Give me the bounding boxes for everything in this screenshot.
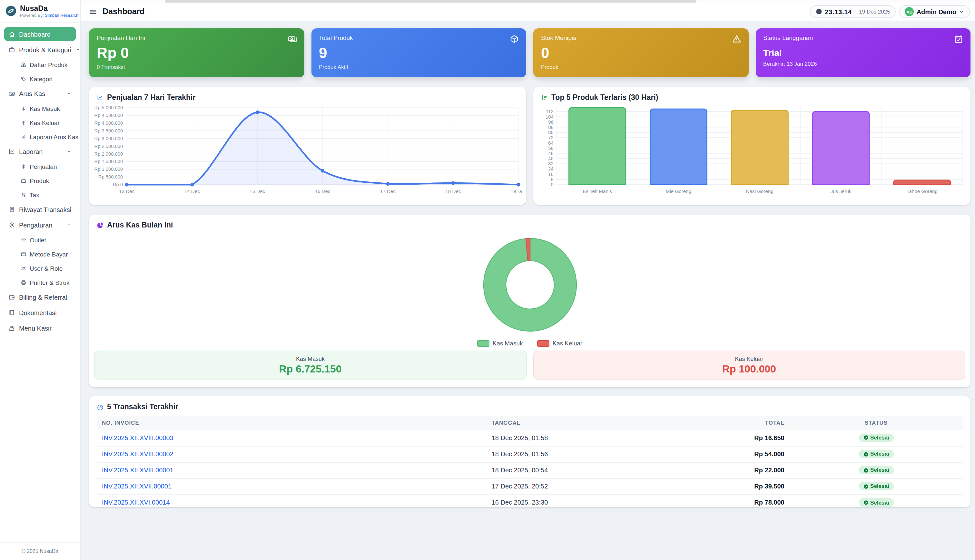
sidebar-subitem-label: Laporan Arus Kas bbox=[30, 133, 78, 140]
top-products-chart-card: Top 5 Produk Terlaris (30 Hari) 08162432… bbox=[533, 87, 970, 205]
svg-text:16: 16 bbox=[548, 172, 553, 177]
separator-dot: · bbox=[855, 8, 856, 15]
status-label: Selesai bbox=[870, 468, 889, 473]
powered-link[interactable]: Simbah Research bbox=[45, 13, 78, 17]
kas-masuk-box: Kas Masuk Rp 6.725.150 bbox=[94, 350, 526, 380]
stat-card-penjualan-hari-ini[interactable]: Penjualan Hari IniRp 00 Transaksi bbox=[89, 28, 304, 77]
chart-line-icon bbox=[8, 148, 15, 155]
sidebar-item-dokumentasi[interactable]: Dokumentasi bbox=[4, 305, 76, 320]
sidebar-subitem-kas-keluar[interactable]: Kas Keluar bbox=[4, 116, 76, 129]
horizontal-scrollbar-thumb[interactable] bbox=[165, 0, 696, 3]
stat-card-subtitle: 0 Transaksi bbox=[97, 64, 296, 70]
cashflow-card: Arus Kas Bulan Ini Kas MasukKas Keluar K… bbox=[89, 215, 970, 387]
app-root: NusaDa Powered By: Simbah Research Dashb… bbox=[0, 0, 975, 560]
column-header-no-invoice: NO. INVOICE bbox=[97, 416, 486, 430]
sidebar-item-riwayat-transaksi[interactable]: Riwayat Transaksi bbox=[4, 202, 76, 217]
calendar-check-icon bbox=[954, 34, 963, 44]
transaction-total: Rp 22.000 bbox=[711, 462, 790, 478]
stat-card-status-langganan[interactable]: Status LanggananTrialBerakhir: 13 Jan 20… bbox=[755, 28, 970, 77]
legend-item-kas-masuk[interactable]: Kas Masuk bbox=[477, 340, 523, 347]
sidebar-subitem-label: Printer & Struk bbox=[30, 279, 70, 286]
sidebar-item-billing-referral[interactable]: Billing & Referral bbox=[4, 290, 76, 304]
sidebar-subitem-label: Produk bbox=[30, 177, 49, 184]
percent-icon bbox=[21, 192, 27, 198]
sidebar-item-produk-kategori[interactable]: Produk & Kategori bbox=[4, 43, 76, 57]
dashboard-content: Penjualan Hari IniRp 00 TransaksiTotal P… bbox=[80, 21, 975, 560]
svg-text:Rp 1.500.000: Rp 1.500.000 bbox=[94, 159, 123, 164]
recent-transactions-card: 5 Transaksi Terakhir NO. INVOICETANGGALT… bbox=[89, 396, 970, 507]
svg-text:Rp 500.000: Rp 500.000 bbox=[99, 174, 123, 180]
sidebar-subitem-label: Kategori bbox=[30, 75, 53, 82]
user-menu[interactable]: AD Admin Demo bbox=[899, 5, 970, 18]
sidebar-subitem-daftar-produk[interactable]: Daftar Produk bbox=[4, 58, 76, 71]
sidebar-subitem-user-role[interactable]: User & Role bbox=[4, 262, 76, 275]
svg-text:80: 80 bbox=[548, 130, 553, 135]
sidebar-item-label: Laporan bbox=[19, 148, 43, 155]
sidebar-subitem-printer-struk[interactable]: Printer & Struk bbox=[4, 276, 76, 289]
svg-text:48: 48 bbox=[548, 151, 553, 156]
svg-text:24: 24 bbox=[548, 166, 553, 172]
svg-text:Rp 4.500.000: Rp 4.500.000 bbox=[94, 113, 123, 118]
cashflow-donut-chart bbox=[89, 230, 970, 340]
sidebar-subitem-penjualan[interactable]: Penjualan bbox=[4, 160, 76, 173]
sidebar-subitem-outlet[interactable]: Outlet bbox=[4, 233, 76, 246]
sidebar-item-arus-kas[interactable]: Arus Kas bbox=[4, 87, 76, 100]
menu-icon[interactable] bbox=[89, 7, 97, 16]
users-icon bbox=[21, 265, 27, 271]
bar-chart-title: Top 5 Produk Terlaris (30 Hari) bbox=[551, 93, 658, 101]
transactions-title: 5 Transaksi Terakhir bbox=[107, 403, 178, 410]
sales-line-chart: Rp 0Rp 500.000Rp 1.000.000Rp 1.500.000Rp… bbox=[89, 102, 526, 202]
tag-icon bbox=[21, 76, 27, 82]
user-name: Admin Demo bbox=[917, 8, 956, 15]
printer-icon bbox=[21, 279, 27, 285]
svg-text:8: 8 bbox=[551, 177, 553, 182]
svg-text:Rp 1.000.000: Rp 1.000.000 bbox=[94, 167, 123, 172]
store-icon bbox=[21, 237, 27, 243]
invoice-link[interactable]: INV.2025.XII.XVI.00014 bbox=[97, 494, 486, 510]
stat-card-stok-menipis[interactable]: Stok Menipis0Produk bbox=[533, 28, 748, 77]
legend-label: Kas Keluar bbox=[553, 340, 583, 347]
clock-pill[interactable]: 23.13.14 · 19 Des 2025 bbox=[810, 5, 896, 18]
avatar: AD bbox=[905, 7, 914, 16]
invoice-link[interactable]: INV.2025.XII.XVIII.00003 bbox=[97, 430, 486, 446]
stat-card-title: Penjualan Hari Ini bbox=[97, 34, 296, 41]
invoice-link[interactable]: INV.2025.XII.XVIII.00001 bbox=[97, 462, 486, 478]
status-label: Selesai bbox=[870, 500, 889, 505]
sidebar-subitem-tax[interactable]: Tax bbox=[4, 188, 76, 201]
legend-item-kas-keluar[interactable]: Kas Keluar bbox=[537, 340, 583, 347]
sidebar-subitem-kas-masuk[interactable]: Kas Masuk bbox=[4, 102, 76, 115]
sidebar-subitem-produk[interactable]: Produk bbox=[4, 174, 76, 187]
sidebar-subitem-label: Metode Bayar bbox=[30, 250, 68, 257]
invoice-link[interactable]: INV.2025.XII.XVII.00001 bbox=[97, 478, 486, 494]
svg-text:0: 0 bbox=[551, 182, 553, 187]
main-column: Dashboard 23.13.14 · 19 Des 2025 AD Admi… bbox=[80, 0, 975, 560]
sidebar-item-pengaturan[interactable]: Pengaturan bbox=[4, 218, 76, 232]
kas-masuk-value: Rp 6.725.150 bbox=[279, 363, 342, 375]
svg-text:Rp 0: Rp 0 bbox=[113, 182, 123, 187]
sidebar-item-label: Dashboard bbox=[19, 31, 51, 38]
home-icon bbox=[8, 31, 15, 38]
cashflow-title: Arus Kas Bulan Ini bbox=[107, 221, 173, 229]
stat-card-value: 9 bbox=[319, 46, 518, 60]
status-badge: Selesai bbox=[858, 450, 894, 458]
sidebar-subitem-laporan-arus-kas[interactable]: Laporan Arus Kas bbox=[4, 130, 76, 143]
sidebar-item-laporan[interactable]: Laporan bbox=[4, 144, 76, 158]
chevron-up-icon bbox=[75, 47, 80, 52]
svg-text:18 Dec: 18 Dec bbox=[445, 188, 461, 194]
top-products-bar-chart: 081624324048566472808896104112Es Teh Man… bbox=[533, 102, 970, 202]
sidebar-item-menu-kasir[interactable]: Menu Kasir bbox=[4, 321, 76, 335]
status-badge: Selesai bbox=[858, 482, 894, 491]
sidebar-subitem-metode-bayar[interactable]: Metode Bayar bbox=[4, 247, 76, 260]
svg-text:16 Dec: 16 Dec bbox=[315, 188, 331, 194]
sidebar-item-label: Dokumentasi bbox=[19, 309, 57, 316]
check-circle-icon bbox=[863, 452, 868, 457]
stat-card-total-produk[interactable]: Total Produk9Produk Aktif bbox=[311, 28, 526, 77]
receipt-icon bbox=[8, 206, 15, 213]
sidebar-item-dashboard[interactable]: Dashboard bbox=[4, 27, 76, 41]
table-row: INV.2025.XII.XVIII.0000218 Dec 2025, 01:… bbox=[97, 446, 963, 462]
svg-text:17 Dec: 17 Dec bbox=[380, 188, 396, 194]
invoice-link[interactable]: INV.2025.XII.XVIII.00002 bbox=[97, 446, 486, 462]
sidebar-item-label: Arus Kas bbox=[19, 90, 45, 97]
sidebar-subitem-label: Kas Keluar bbox=[30, 119, 60, 126]
sidebar-subitem-kategori[interactable]: Kategori bbox=[4, 72, 76, 85]
